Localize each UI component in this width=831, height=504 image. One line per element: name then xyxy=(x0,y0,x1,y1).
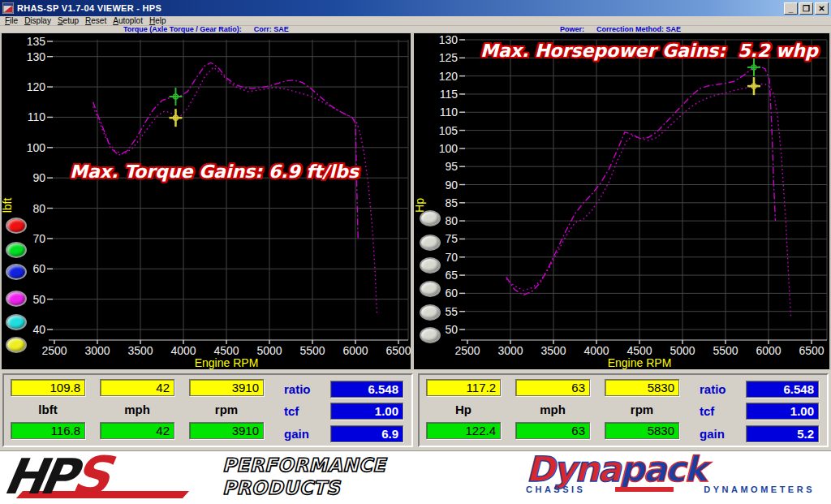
run-select-button-right-2[interactable] xyxy=(420,235,441,251)
svg-text:75: 75 xyxy=(445,232,458,245)
cursor2-value-hp: 122.4 xyxy=(426,422,501,439)
svg-text:95: 95 xyxy=(445,160,458,173)
run-select-button-right-1[interactable] xyxy=(420,210,441,226)
power-chart-panel: 1301251201151101051009590858075706560555… xyxy=(414,33,829,369)
svg-text:80: 80 xyxy=(445,214,458,227)
svg-text:6000: 6000 xyxy=(756,344,781,357)
tcf-label: tcf xyxy=(284,404,299,418)
torque-readout-panel: 109.8423910lbftmphrpm116.8423910ratio6.5… xyxy=(2,373,413,447)
run-select-button-left-6[interactable] xyxy=(6,337,27,353)
torque-gains-annotation: Max. Torque Gains: 6.9 ft/lbs xyxy=(70,162,359,182)
svg-text:100: 100 xyxy=(439,142,459,155)
green-cursor-marker[interactable] xyxy=(169,88,182,106)
dynapack-word-blue: pack xyxy=(619,449,705,489)
menu-item-reset[interactable]: Reset xyxy=(84,16,111,25)
svg-text:70: 70 xyxy=(445,251,458,264)
chart-area: 1351301201101009080706050402500300035004… xyxy=(0,32,831,370)
menu-item-display[interactable]: Display xyxy=(23,16,56,25)
run-select-button-left-3[interactable] xyxy=(6,264,27,280)
run-select-button-left-4[interactable] xyxy=(6,291,27,307)
green-cursor-marker[interactable] xyxy=(747,58,760,76)
menu-bar: FileDisplaySetupResetAutoplotHelp xyxy=(0,16,831,25)
svg-text:130: 130 xyxy=(439,33,459,46)
svg-text:4000: 4000 xyxy=(583,344,609,357)
svg-text:130: 130 xyxy=(27,50,46,63)
tcf-value: 1.00 xyxy=(330,403,403,420)
yellow-cursor-marker[interactable] xyxy=(747,77,760,95)
modified-run-curve xyxy=(93,62,359,239)
run-select-button-left-5[interactable] xyxy=(6,314,27,330)
run-select-button-left-2[interactable] xyxy=(6,242,27,258)
svg-text:70: 70 xyxy=(32,232,45,245)
torque-chart-svg: 1351301201101009080706050402500300035004… xyxy=(2,33,411,369)
run-select-button-right-5[interactable] xyxy=(420,304,441,321)
cursor1-value-hp: 117.2 xyxy=(426,379,501,396)
cursor2-value-mph: 63 xyxy=(515,422,590,439)
close-button[interactable]: ✕ xyxy=(815,2,829,15)
cursor1-value-mph: 42 xyxy=(100,379,174,396)
cursor2-value-mph: 42 xyxy=(100,422,174,439)
svg-text:5000: 5000 xyxy=(670,344,695,357)
gain-value: 5.2 xyxy=(746,425,819,442)
svg-text:5000: 5000 xyxy=(256,344,282,357)
svg-text:80: 80 xyxy=(32,202,45,215)
svg-text:3500: 3500 xyxy=(540,344,566,357)
svg-text:105: 105 xyxy=(439,124,459,137)
yellow-cursor-marker[interactable] xyxy=(169,109,182,127)
dynapack-word-red: Dyna xyxy=(526,449,619,489)
gain-label: gain xyxy=(700,427,725,441)
minimize-button[interactable]: _ xyxy=(784,2,798,15)
restore-button[interactable]: ❐ xyxy=(799,2,813,15)
cursor2-value-rpm: 5830 xyxy=(605,422,679,439)
window-title: RHAS-SP V1.7-04 VIEWER - HPS xyxy=(17,3,782,13)
torque-header-label: Torque (Axle Torque / Gear Ratio): Corr:… xyxy=(123,25,289,33)
run-select-button-right-3[interactable] xyxy=(420,257,441,274)
svg-text:3000: 3000 xyxy=(84,344,110,357)
ratio-value: 6.548 xyxy=(330,381,403,398)
run-select-button-right-4[interactable] xyxy=(420,281,441,297)
svg-text:110: 110 xyxy=(440,106,459,118)
menu-item-file[interactable]: File xyxy=(3,16,23,25)
svg-text:6000: 6000 xyxy=(342,344,368,357)
title-bar: RHAS-SP V1.7-04 VIEWER - HPS _ ❐ ✕ xyxy=(0,0,831,16)
run-select-button-left-1[interactable] xyxy=(6,218,27,234)
ratio-label: ratio xyxy=(284,382,311,396)
column-label-rpm: rpm xyxy=(605,403,679,416)
svg-text:55: 55 xyxy=(445,305,458,318)
svg-text:110: 110 xyxy=(28,110,46,123)
svg-text:60: 60 xyxy=(32,262,45,275)
baseline-run-curve xyxy=(506,84,791,318)
power-chart-svg: 1301251201151101051009590858075706560555… xyxy=(414,33,829,369)
menu-item-autoplot[interactable]: Autoplot xyxy=(111,16,148,25)
svg-text:100: 100 xyxy=(27,141,46,154)
svg-text:40: 40 xyxy=(32,323,45,336)
svg-text:90: 90 xyxy=(32,171,45,184)
column-label-hp: Hp xyxy=(426,403,501,416)
svg-text:50: 50 xyxy=(445,323,458,336)
column-label-mph: mph xyxy=(515,403,590,416)
branding-footer: HPS PERFORMANCE PRODUCTS Dynapack CHASSI… xyxy=(0,450,831,504)
y-axis-label: lbft xyxy=(2,198,14,213)
svg-text:2500: 2500 xyxy=(454,344,480,357)
svg-text:5500: 5500 xyxy=(713,344,738,357)
app-icon xyxy=(2,2,14,14)
menu-item-setup[interactable]: Setup xyxy=(56,16,84,25)
svg-text:4000: 4000 xyxy=(170,344,196,357)
svg-text:3000: 3000 xyxy=(497,344,523,357)
svg-text:50: 50 xyxy=(32,293,45,306)
svg-text:85: 85 xyxy=(445,196,458,209)
hps-logo: HPS xyxy=(5,452,110,502)
column-label-lbft: lbft xyxy=(11,403,85,416)
gain-value: 6.9 xyxy=(330,425,403,442)
dynapack-dynamometers-text: DYNAMOMETERS xyxy=(704,485,815,494)
svg-text:90: 90 xyxy=(445,179,458,192)
gain-label: gain xyxy=(284,427,309,441)
dynapack-red-bar xyxy=(615,487,674,492)
x-axis-label: Engine RPM xyxy=(195,356,259,369)
data-readout-area: 109.8423910lbftmphrpm116.8423910ratio6.5… xyxy=(0,370,831,450)
cursor1-value-mph: 63 xyxy=(515,379,590,396)
menu-item-help[interactable]: Help xyxy=(148,16,171,25)
svg-text:6500: 6500 xyxy=(385,344,411,357)
svg-text:2500: 2500 xyxy=(41,344,67,357)
run-select-button-right-6[interactable] xyxy=(420,327,441,343)
